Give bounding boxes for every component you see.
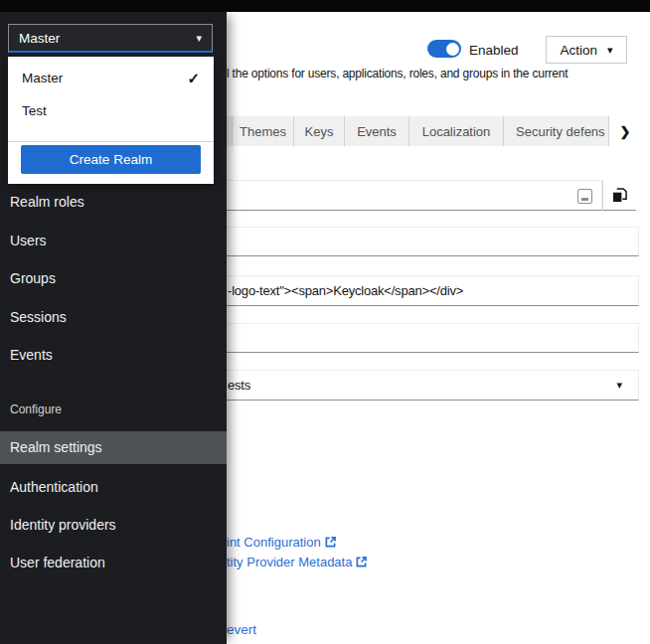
- realm-dropdown-panel: Master ✓ Test Create Realm: [8, 57, 214, 184]
- require-ssl-value: ests: [228, 371, 250, 400]
- endpoint-configuration-link[interactable]: int Configuration: [227, 535, 336, 550]
- caret-down-icon: ▾: [616, 380, 622, 391]
- external-link-icon: [325, 537, 336, 548]
- tab-events[interactable]: Events: [345, 116, 409, 146]
- html-display-name-input[interactable]: -logo-text"><span>Keycloak</span></div>: [179, 275, 639, 306]
- tabs-overflow-chevron-button[interactable]: ❯: [609, 116, 641, 146]
- sidebar-section-configure: Configure: [0, 400, 227, 419]
- sidebar-item-users[interactable]: Users: [0, 222, 227, 259]
- sidebar-item-events[interactable]: Events: [0, 336, 227, 374]
- check-icon: ✓: [187, 70, 200, 87]
- tab-keys[interactable]: Keys: [294, 116, 345, 146]
- external-link-icon: [356, 557, 367, 567]
- sidebar-item-realm-settings[interactable]: Realm settings: [0, 431, 227, 464]
- toggle-knob: [446, 43, 459, 56]
- html-display-name-value: -logo-text"><span>Keycloak</span></div>: [228, 276, 463, 305]
- sidebar-item-groups[interactable]: Groups: [0, 259, 227, 297]
- sidebar-item-identity-providers[interactable]: Identity providers: [0, 506, 227, 544]
- realm-option-master[interactable]: Master ✓: [8, 62, 214, 94]
- sidebar: Master ▾ Master ✓ Test Create Realm Real…: [0, 12, 227, 644]
- identity-provider-metadata-link-label: tity Provider Metadata: [227, 555, 352, 569]
- realm-option-label: Master: [22, 71, 63, 85]
- action-menu-label: Action: [560, 43, 597, 58]
- tab-themes[interactable]: Themes: [233, 116, 294, 146]
- sidebar-item-sessions[interactable]: Sessions: [0, 298, 227, 336]
- enabled-label: Enabled: [469, 43, 519, 58]
- sidebar-item-authentication[interactable]: Authentication: [0, 468, 227, 506]
- realm-selector-value: Master: [19, 31, 60, 46]
- masthead-bar: [0, 0, 650, 12]
- tab-security-defenses[interactable]: Security defens: [504, 116, 609, 146]
- realm-option-label: Test: [22, 103, 47, 118]
- frontend-url-input[interactable]: [179, 323, 639, 353]
- sidebar-item-user-federation[interactable]: User federation: [0, 544, 227, 581]
- keycloak-admin-screen: l the options for users, applications, r…: [0, 0, 650, 644]
- identity-provider-metadata-link[interactable]: tity Provider Metadata: [227, 555, 367, 569]
- caret-down-icon: ▾: [607, 45, 613, 56]
- sidebar-item-realm-roles[interactable]: Realm roles: [0, 183, 227, 221]
- enabled-toggle[interactable]: [427, 40, 461, 58]
- create-realm-button[interactable]: Create Realm: [21, 145, 201, 174]
- realm-selector-toggle[interactable]: Master ▾: [8, 24, 213, 53]
- dropdown-separator: [8, 141, 214, 142]
- realm-id-input[interactable]: [179, 180, 602, 211]
- tab-localization[interactable]: Localization: [409, 116, 504, 146]
- require-ssl-select[interactable]: ests ▾: [179, 370, 639, 401]
- realm-option-test[interactable]: Test: [8, 94, 214, 127]
- caret-down-icon: ▾: [196, 33, 202, 44]
- input-addon-icon: [577, 189, 592, 204]
- copy-icon: [612, 188, 627, 203]
- display-name-input[interactable]: [179, 227, 639, 256]
- endpoint-configuration-link-label: int Configuration: [227, 535, 321, 550]
- revert-button[interactable]: evert: [227, 622, 256, 637]
- action-menu-button[interactable]: Action ▾: [546, 36, 627, 64]
- realm-settings-subtitle: l the options for users, applications, r…: [227, 67, 568, 80]
- copy-realm-id-button[interactable]: [602, 180, 636, 211]
